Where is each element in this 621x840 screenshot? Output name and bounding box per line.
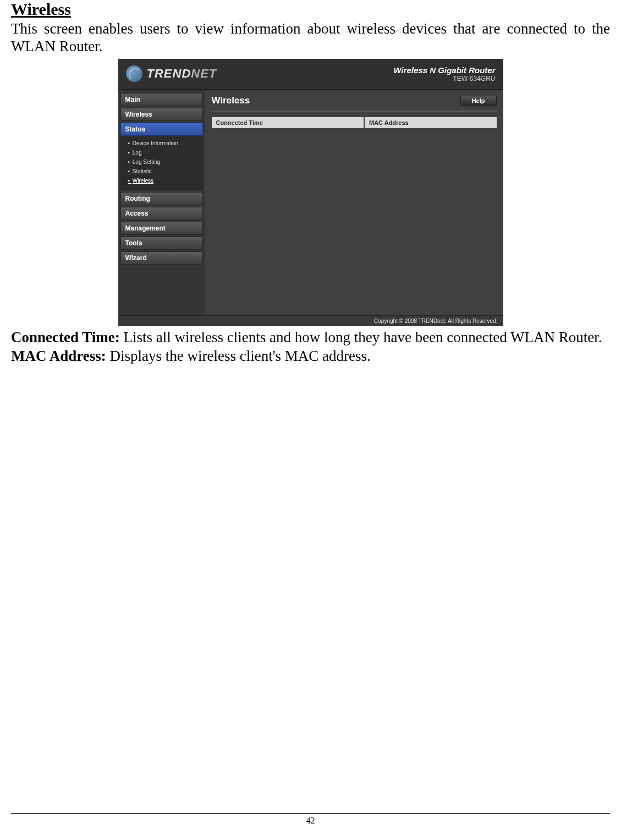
panel-header: TRENDNET Wireless N Gigabit Router TEW-6…: [118, 59, 503, 90]
status-submenu: Device Information Log Log Setting Stati…: [120, 136, 203, 190]
nav-routing[interactable]: Routing: [120, 192, 203, 205]
text-mac-address: Displays the wireless client's MAC addre…: [106, 348, 371, 364]
product-line2: TEW-634GRU: [394, 75, 496, 83]
content-area: Wireless Help Connected Time MAC Address: [205, 90, 503, 315]
nav-status[interactable]: Status: [120, 123, 203, 136]
nav-access[interactable]: Access: [120, 207, 203, 220]
panel-body: Main Wireless Status Device Information …: [118, 90, 503, 315]
th-mac-address: MAC Address: [364, 117, 497, 128]
sub-wireless[interactable]: Wireless: [120, 176, 203, 185]
sub-log-setting[interactable]: Log Setting: [120, 157, 203, 167]
text-connected-time: Lists all wireless clients and how long …: [120, 329, 602, 345]
product-line1: Wireless N Gigabit Router: [394, 65, 496, 75]
nav-main[interactable]: Main: [120, 93, 203, 106]
product-label: Wireless N Gigabit Router TEW-634GRU: [394, 65, 496, 83]
wireless-clients-table: Connected Time MAC Address: [212, 117, 497, 128]
nav-management[interactable]: Management: [120, 222, 203, 235]
help-button[interactable]: Help: [460, 96, 497, 106]
nav-wireless[interactable]: Wireless: [120, 108, 203, 121]
intro-paragraph: This screen enables users to view inform…: [11, 20, 610, 56]
nav-tools[interactable]: Tools: [120, 237, 203, 250]
footer-rule: [11, 813, 610, 814]
content-title: Wireless: [212, 95, 250, 106]
th-connected-time: Connected Time: [212, 117, 365, 128]
sub-device-info[interactable]: Device Information: [120, 139, 203, 148]
term-mac-address: MAC Address:: [11, 348, 106, 364]
def-mac-address: MAC Address: Displays the wireless clien…: [11, 347, 610, 365]
sub-log[interactable]: Log: [120, 148, 203, 157]
brand-logo-icon: [126, 65, 142, 82]
page-number: 42: [0, 816, 621, 826]
nav-wizard[interactable]: Wizard: [120, 251, 203, 265]
term-connected-time: Connected Time:: [11, 329, 120, 345]
brand-text: TRENDNET: [147, 67, 217, 81]
router-admin-screenshot: TRENDNET Wireless N Gigabit Router TEW-6…: [118, 59, 503, 326]
sub-statistic[interactable]: Statistic: [120, 167, 203, 176]
brand-net: NET: [191, 67, 217, 80]
def-connected-time: Connected Time: Lists all wireless clien…: [11, 328, 610, 346]
panel-copyright: Copyright © 2008 TRENDnet. All Rights Re…: [118, 315, 503, 326]
brand-trend: TREND: [147, 67, 191, 80]
content-title-row: Wireless Help: [212, 95, 497, 112]
sidebar-nav: Main Wireless Status Device Information …: [118, 90, 205, 315]
section-heading: Wireless: [11, 0, 610, 19]
